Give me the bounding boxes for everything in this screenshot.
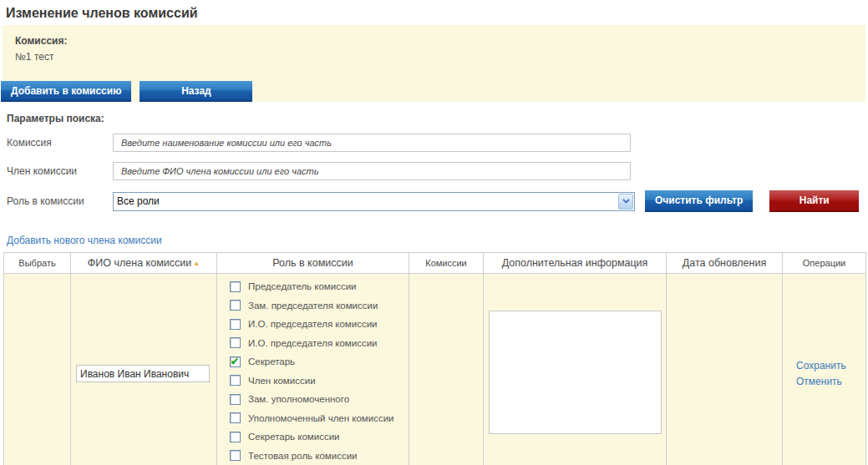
col-header-additional-info[interactable]: Дополнительная информация bbox=[484, 253, 667, 274]
member-search-row: Член комиссии bbox=[7, 162, 865, 180]
role-label: И.О. председателя комиссии bbox=[248, 319, 378, 329]
cell-operations: Сохранить Отменить bbox=[783, 274, 866, 465]
commission-search-row: Комиссия bbox=[7, 134, 865, 152]
checkbox-icon[interactable] bbox=[230, 281, 241, 292]
commission-info-panel: Комиссия: №1 тест Добавить в комиссию На… bbox=[3, 25, 865, 102]
col-header-update-date[interactable]: Дата обновления bbox=[667, 253, 783, 274]
checkbox-icon[interactable] bbox=[230, 412, 241, 423]
cell-update-date bbox=[667, 274, 783, 465]
role-select-value: Все роли bbox=[117, 195, 160, 207]
members-table: Выбрать ФИО члена комиссии▲ Роль в комис… bbox=[3, 252, 866, 465]
cancel-link[interactable]: Отменить bbox=[796, 376, 865, 387]
table-header-row: Выбрать ФИО члена комиссии▲ Роль в комис… bbox=[4, 253, 866, 274]
search-params-title: Параметры поиска: bbox=[7, 113, 861, 124]
role-checkbox-item[interactable]: Зам. уполномоченного bbox=[230, 393, 409, 405]
role-select[interactable]: Все роли bbox=[113, 192, 635, 211]
role-checkbox-item[interactable]: Председатель комиссии bbox=[230, 281, 409, 292]
col-header-select: Выбрать bbox=[4, 253, 71, 274]
additional-info-textarea[interactable] bbox=[489, 311, 662, 434]
role-label: И.О. председателя комиссии bbox=[248, 338, 378, 348]
page-title: Изменение членов комиссий bbox=[6, 6, 862, 21]
cell-commissions bbox=[409, 274, 484, 465]
back-button[interactable]: Назад bbox=[140, 81, 252, 102]
chevron-down-icon[interactable] bbox=[618, 194, 633, 210]
fio-input[interactable] bbox=[76, 365, 210, 382]
role-checkbox-item[interactable]: Уполномоченный член комиссии bbox=[230, 412, 409, 424]
role-checkbox-item[interactable]: Зам. председателя комиссии bbox=[230, 300, 409, 311]
cell-additional-info bbox=[484, 274, 667, 465]
add-new-member-link[interactable]: Добавить нового члена комиссии bbox=[7, 235, 162, 246]
checkbox-icon[interactable] bbox=[230, 450, 241, 461]
col-header-commissions: Комиссии bbox=[409, 253, 484, 274]
col-header-fio[interactable]: ФИО члена комиссии▲ bbox=[71, 253, 217, 274]
cell-select bbox=[4, 274, 71, 465]
role-search-row: Роль в комиссии Все роли Очистить фильтр… bbox=[7, 190, 865, 212]
cell-fio bbox=[71, 274, 217, 465]
role-checkbox-item[interactable]: И.О. председателя комиссии bbox=[230, 318, 409, 330]
role-label: Зам. уполномоченного bbox=[248, 394, 349, 404]
checkbox-icon[interactable] bbox=[230, 356, 241, 367]
role-checkbox-item[interactable]: Секретарь комиссии bbox=[230, 431, 409, 442]
role-label: Зам. председателя комиссии bbox=[248, 301, 378, 311]
role-checkbox-item[interactable]: И.О. председателя комиссии bbox=[230, 337, 409, 349]
commission-field-label: Комиссия bbox=[7, 137, 113, 149]
checkbox-icon[interactable] bbox=[230, 319, 241, 330]
role-label: Член комиссии bbox=[248, 376, 316, 386]
role-label: Уполномоченный член комиссии bbox=[248, 413, 394, 423]
checkbox-icon[interactable] bbox=[230, 375, 241, 386]
checkbox-icon[interactable] bbox=[230, 300, 241, 311]
commission-search-input[interactable] bbox=[113, 134, 631, 152]
member-search-input[interactable] bbox=[113, 162, 631, 180]
role-label: Секретарь комиссии bbox=[248, 432, 340, 442]
page: Изменение членов комиссий Комиссия: №1 т… bbox=[0, 6, 868, 465]
checkbox-icon[interactable] bbox=[230, 432, 241, 442]
sort-asc-icon: ▲ bbox=[193, 260, 200, 267]
member-field-label: Член комиссии bbox=[7, 165, 113, 177]
table-row: Председатель комиссии Зам. председателя … bbox=[4, 274, 866, 465]
commission-value: №1 тест bbox=[15, 51, 853, 63]
col-header-role[interactable]: Роль в комиссии bbox=[217, 253, 409, 274]
add-to-commission-button[interactable]: Добавить в комиссию bbox=[1, 81, 131, 102]
clear-filter-button[interactable]: Очистить фильтр bbox=[645, 190, 753, 212]
role-checkbox-item[interactable]: Секретарь bbox=[230, 356, 409, 367]
role-checkbox-item[interactable]: Тестовая роль комиссии bbox=[230, 450, 409, 462]
find-button[interactable]: Найти bbox=[769, 190, 859, 212]
col-header-fio-label: ФИО члена комиссии bbox=[88, 257, 191, 269]
panel-buttons: Добавить в комиссию Назад bbox=[1, 81, 252, 102]
role-label: Председатель комиссии bbox=[248, 281, 357, 291]
col-header-operations: Операции bbox=[783, 253, 866, 274]
cell-roles: Председатель комиссии Зам. председателя … bbox=[217, 274, 409, 465]
role-label: Тестовая роль комиссии bbox=[248, 451, 358, 461]
save-link[interactable]: Сохранить bbox=[796, 360, 865, 371]
role-field-label: Роль в комиссии bbox=[7, 195, 113, 207]
role-label: Секретарь bbox=[248, 356, 295, 366]
checkbox-icon[interactable] bbox=[230, 337, 241, 348]
role-checkbox-item[interactable]: Член комиссии bbox=[230, 375, 409, 387]
checkbox-icon[interactable] bbox=[230, 394, 241, 405]
commission-label: Комиссия: bbox=[15, 35, 853, 47]
